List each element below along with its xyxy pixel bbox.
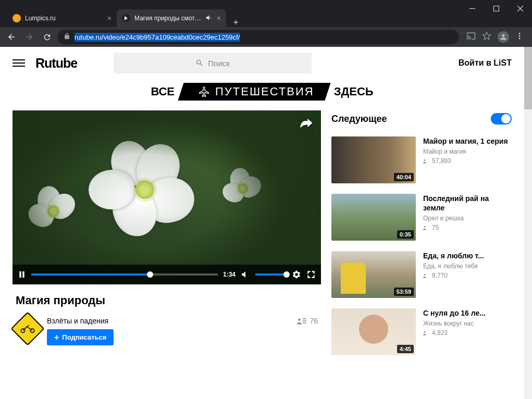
svg-point-12 <box>424 274 426 276</box>
search-placeholder: Поиск <box>208 59 230 68</box>
close-window-button[interactable] <box>508 0 532 17</box>
svg-point-13 <box>424 331 426 333</box>
site-header: Rutube Поиск Войти в LiST <box>0 47 524 80</box>
scrollbar[interactable] <box>524 47 532 399</box>
svg-point-2 <box>519 33 521 34</box>
autoplay-toggle[interactable] <box>491 113 512 124</box>
recommendation-item[interactable]: 53:59 Еда, я люблю т... Еда, я люблю теб… <box>331 251 512 298</box>
browser-tabs: Lumpics.ru × Магия природы смотреть о × … <box>0 7 532 27</box>
svg-rect-0 <box>469 8 475 9</box>
svg-point-4 <box>519 38 521 39</box>
volume-button[interactable] <box>241 270 250 279</box>
recommendation-item[interactable]: 0:35 Последний рай на земле Орел и решка… <box>331 194 512 241</box>
channel-name[interactable]: Взлёты и падения <box>47 317 290 325</box>
promo-left: ВСЕ <box>144 85 181 98</box>
maximize-button[interactable] <box>484 0 508 17</box>
rec-views: 4,923 <box>423 329 512 336</box>
mute-icon[interactable] <box>205 14 213 23</box>
address-bar[interactable]: rutube.ru/video/e24c9b957a109ceabd0cec29… <box>57 30 459 44</box>
rec-views: 57,893 <box>423 157 512 165</box>
lock-icon <box>64 33 70 41</box>
tab-title: Lumpics.ru <box>25 15 103 22</box>
rec-title: Еда, я люблю т... <box>423 251 512 260</box>
rec-title: С нуля до 16 ле... <box>423 308 512 318</box>
video-title: Магия природы <box>16 294 318 307</box>
play-favicon-icon <box>122 14 130 22</box>
browser-tab-active[interactable]: Магия природы смотреть о × <box>117 9 226 27</box>
reload-button[interactable] <box>40 30 54 44</box>
search-input[interactable]: Поиск <box>114 53 312 73</box>
svg-point-9 <box>299 319 301 321</box>
minimize-button[interactable] <box>460 0 484 17</box>
volume-slider[interactable] <box>255 273 287 276</box>
svg-rect-5 <box>19 271 21 278</box>
promo-center: ПУТЕШЕСТВИЯ <box>178 83 331 101</box>
rec-title: Последний рай на земле <box>423 194 512 213</box>
progress-bar[interactable] <box>31 273 218 276</box>
rec-thumbnail: 4:45 <box>331 308 416 355</box>
svg-rect-1 <box>493 6 499 11</box>
cast-icon[interactable] <box>466 31 476 43</box>
current-time: 1:34 <box>223 271 236 278</box>
rec-views: 9,770 <box>423 272 512 279</box>
site-logo[interactable]: Rutube <box>35 56 77 71</box>
settings-button[interactable] <box>292 270 301 279</box>
rec-views: 75 <box>423 224 512 231</box>
search-icon <box>195 59 204 67</box>
browser-menu-icon[interactable] <box>515 32 524 42</box>
star-icon[interactable] <box>482 31 491 43</box>
player-controls: 1:34 <box>13 265 321 284</box>
back-button[interactable] <box>4 30 19 44</box>
url-text: rutube.ru/video/e24c9b957a109ceabd0cec29… <box>75 33 240 41</box>
sidebar: Следующее 40:04 Майор и магия, 1 серия М… <box>331 110 512 366</box>
share-button[interactable] <box>299 116 314 132</box>
address-row: rutube.ru/video/e24c9b957a109ceabd0cec29… <box>0 27 532 47</box>
rec-channel: Майор и магия <box>423 148 512 155</box>
view-count: 76 <box>297 317 318 325</box>
subscribe-button[interactable]: +Подписаться <box>47 329 114 345</box>
rec-channel: Орел и решка <box>423 215 512 222</box>
new-tab-button[interactable]: + <box>226 18 245 27</box>
pause-button[interactable] <box>18 270 26 279</box>
video-info: Магия природы Взлёты и падения +Подписат… <box>13 284 321 351</box>
svg-point-11 <box>424 226 426 228</box>
plane-icon <box>199 86 210 97</box>
favicon-icon <box>13 14 21 22</box>
rec-thumbnail: 0:35 <box>331 194 416 241</box>
svg-rect-6 <box>22 271 24 278</box>
svg-point-10 <box>424 159 426 161</box>
channel-avatar[interactable] <box>10 311 44 345</box>
promo-banner[interactable]: ВСЕ ПУТЕШЕСТВИЯ ЗДЕСЬ <box>0 80 524 103</box>
recommendation-item[interactable]: 4:45 С нуля до 16 ле... Жизнь вокруг нас… <box>331 308 512 355</box>
forward-button[interactable] <box>22 30 36 44</box>
views-icon <box>297 317 306 325</box>
close-tab-icon[interactable]: × <box>107 14 112 22</box>
close-tab-icon[interactable]: × <box>217 14 221 22</box>
rec-thumbnail: 53:59 <box>331 251 416 298</box>
menu-button[interactable] <box>13 59 25 67</box>
fullscreen-button[interactable] <box>306 270 316 279</box>
rec-thumbnail: 40:04 <box>331 136 416 183</box>
rec-title: Майор и магия, 1 серия <box>423 136 512 146</box>
rec-channel: Еда, я люблю тебя <box>423 263 512 270</box>
svg-point-3 <box>519 35 521 37</box>
rec-channel: Жизнь вокруг нас <box>423 320 512 327</box>
promo-right: ЗДЕСЬ <box>328 85 380 98</box>
profile-avatar[interactable] <box>498 31 509 43</box>
browser-tab[interactable]: Lumpics.ru × <box>7 9 117 27</box>
login-button[interactable]: Войти в LiST <box>459 58 512 68</box>
video-player[interactable]: 1:34 <box>13 110 321 284</box>
next-title: Следующее <box>331 114 387 124</box>
recommendation-item[interactable]: 40:04 Майор и магия, 1 серия Майор и маг… <box>331 136 512 183</box>
tab-title: Магия природы смотреть о <box>134 15 201 22</box>
